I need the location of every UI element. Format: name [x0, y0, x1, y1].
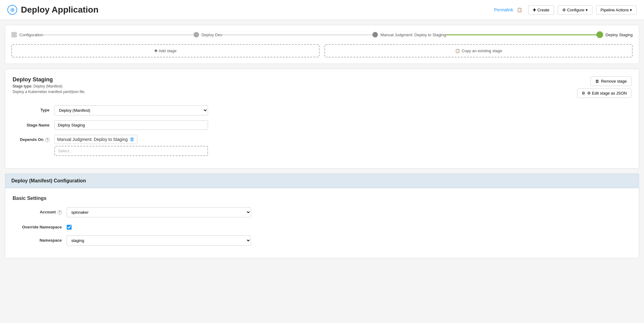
app-icon: ⊕	[7, 5, 17, 15]
account-select[interactable]: spinnaker	[67, 207, 251, 217]
type-select[interactable]: Deploy (Manifest)	[54, 105, 208, 115]
stage-dot-configuration	[11, 32, 17, 37]
connector-2	[222, 34, 372, 35]
stage-config-info: Deploy Staging Stage type: Deploy (Manif…	[13, 76, 85, 94]
form-row-stage-name: Stage Name	[13, 120, 631, 130]
gear-icon: ⚙	[582, 91, 585, 95]
stage-form: Type Deploy (Manifest) Stage Name Depend…	[13, 105, 631, 156]
stage-label-manual-judgment: Manual Judgment: Deploy to Staging	[380, 33, 446, 37]
stages-bar: Configuration Deploy Dev Manual Judgment…	[11, 31, 633, 38]
stage-name-control	[54, 120, 208, 130]
add-stage-button[interactable]: ✚ Add stage	[11, 44, 320, 57]
depends-on-area: Manual Judgment: Deploy to Staging 🗑	[54, 135, 214, 144]
edit-json-label: ⚙ Edit stage as JSON	[587, 91, 627, 95]
depends-tag-value: Manual Judgment: Deploy to Staging	[57, 137, 128, 142]
type-control: Deploy (Manifest)	[54, 105, 208, 115]
stage-dot-deploy-dev	[194, 32, 199, 37]
form-row-type: Type Deploy (Manifest)	[13, 105, 631, 115]
override-namespace-control	[67, 222, 220, 231]
copy-stage-icon: 📋	[455, 49, 460, 53]
remove-stage-label: Remove stage	[601, 79, 627, 84]
stage-deploy-staging[interactable]: Deploy Staging	[596, 31, 633, 38]
stage-label-deploy-staging: Deploy Staging	[606, 33, 633, 37]
stage-config-title: Deploy Staging	[13, 76, 85, 83]
permalink-link[interactable]: Permalink	[494, 7, 513, 12]
title-area: ⊕ Deploy Application	[7, 5, 99, 15]
trash-icon: 🗑	[595, 79, 599, 84]
copy-stage-button[interactable]: 📋 Copy an existing stage	[324, 44, 633, 57]
page-title: Deploy Application	[21, 5, 99, 15]
form-row-depends-on: Depends On ? Manual Judgment: Deploy to …	[13, 135, 631, 156]
manifest-config-header: Deploy (Manifest) Configuration	[5, 173, 639, 188]
stage-dot-deploy-staging	[596, 31, 603, 38]
namespace-select[interactable]: staging	[67, 235, 251, 246]
depends-tag-delete-icon[interactable]: 🗑	[130, 137, 135, 142]
depends-on-help-icon[interactable]: ?	[45, 138, 49, 142]
stage-manual-judgment[interactable]: Manual Judgment: Deploy to Staging	[372, 32, 446, 37]
stage-type-label: Stage type:	[13, 84, 33, 88]
stage-type-value: Deploy (Manifest)	[33, 84, 62, 88]
depends-select-placeholder[interactable]: Select...	[54, 146, 208, 156]
stage-dot-manual-judgment	[372, 32, 378, 37]
depends-on-label: Depends On ?	[13, 135, 49, 142]
form-row-override-namespace: Override Namespace	[13, 222, 631, 231]
stage-actions-row: ✚ Add stage 📋 Copy an existing stage	[11, 44, 633, 57]
header-actions: Permalink 📋 ✚ Create ⚙ Configure ▾ Pipel…	[494, 5, 637, 15]
basic-settings-title: Basic Settings	[13, 196, 631, 201]
stage-config-actions: 🗑 Remove stage ⚙ ⚙ Edit stage as JSON	[577, 76, 631, 98]
stage-config-header: Deploy Staging Stage type: Deploy (Manif…	[13, 76, 631, 98]
stage-label-configuration: Configuration	[19, 33, 43, 37]
namespace-label: Namespace	[13, 235, 62, 243]
override-namespace-label: Override Namespace	[13, 222, 62, 229]
depends-tag: Manual Judgment: Deploy to Staging 🗑	[54, 135, 137, 144]
copy-stage-label: Copy an existing stage	[462, 49, 502, 53]
permalink-icon: 📋	[517, 7, 522, 12]
stage-deploy-dev[interactable]: Deploy Dev	[194, 32, 222, 37]
remove-stage-button[interactable]: 🗑 Remove stage	[591, 76, 631, 86]
form-row-account: Account ? spinnaker	[13, 207, 631, 217]
edit-json-button[interactable]: ⚙ ⚙ Edit stage as JSON	[577, 88, 631, 98]
stage-name-input[interactable]	[54, 120, 208, 130]
form-row-namespace: Namespace staging	[13, 235, 631, 246]
depends-on-control: Manual Judgment: Deploy to Staging 🗑 Sel…	[54, 135, 214, 156]
connector-3	[446, 34, 596, 35]
stage-type-subtitle: Stage type: Deploy (Manifest)	[13, 84, 85, 88]
configure-button[interactable]: ⚙ Configure ▾	[558, 5, 592, 15]
manifest-config-title: Deploy (Manifest) Configuration	[11, 178, 86, 183]
pipeline-area: Configuration Deploy Dev Manual Judgment…	[5, 25, 639, 64]
create-button[interactable]: ✚ Create	[528, 5, 554, 15]
account-help-icon[interactable]: ?	[57, 210, 62, 215]
page-header: ⊕ Deploy Application Permalink 📋 ✚ Creat…	[0, 0, 644, 20]
stage-config-section: Deploy Staging Stage type: Deploy (Manif…	[5, 69, 639, 169]
stage-label-deploy-dev: Deploy Dev	[202, 33, 222, 37]
override-namespace-checkbox[interactable]	[67, 225, 72, 230]
account-control: spinnaker	[67, 207, 251, 217]
stage-configuration[interactable]: Configuration	[11, 32, 43, 37]
namespace-control: staging	[67, 235, 251, 246]
connector-1	[43, 34, 193, 35]
pipeline-actions-button[interactable]: Pipeline Actions ▾	[596, 5, 637, 15]
manifest-config-body: Basic Settings Account ? spinnaker Overr…	[5, 188, 639, 258]
stage-description: Deploy a Kubernetes manifest yaml/json f…	[13, 90, 85, 94]
account-label: Account ?	[13, 207, 62, 215]
stage-name-label: Stage Name	[13, 120, 49, 127]
type-label: Type	[13, 105, 49, 112]
